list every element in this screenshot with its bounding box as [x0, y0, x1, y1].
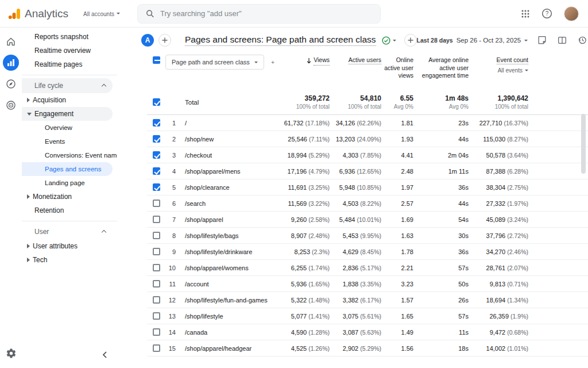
report-title[interactable]: Pages and screens: Page path and screen … [185, 34, 376, 46]
sidebar-item-label: Realtime pages [34, 60, 82, 68]
event-count-percent: (2.72%) [507, 232, 528, 239]
row-checkbox[interactable] [153, 296, 160, 304]
row-checkbox[interactable] [153, 183, 160, 191]
dimension-selector[interactable]: Page path and screen class [165, 55, 264, 70]
explore-button[interactable] [3, 76, 19, 92]
help-button[interactable]: ? [541, 8, 552, 19]
active-users-percent: (24.09%) [357, 136, 381, 143]
row-checkbox[interactable] [153, 232, 160, 239]
add-report-item-button[interactable] [404, 34, 417, 47]
event-count-cell: 227,710(16.37%) [469, 120, 528, 126]
row-checkbox[interactable] [153, 216, 160, 223]
sidebar-item-acquisition[interactable]: Acquisition [22, 93, 113, 107]
sidebar-item-realtime-pages[interactable]: Realtime pages [22, 57, 113, 71]
row-checkbox[interactable] [153, 328, 160, 336]
views-percent: (2.3%) [312, 248, 330, 255]
row-checkbox[interactable] [153, 280, 160, 288]
active-users-value: 13,203 [336, 136, 355, 143]
views-cell: 17,196(4.79%) [274, 168, 330, 175]
views-percent: (5.29%) [308, 152, 330, 159]
avg-engagement-time-cell: 30s [413, 232, 469, 239]
apps-grid-button[interactable] [521, 9, 530, 18]
page-path: /shop/apparel/womens [180, 264, 274, 271]
history-button[interactable] [577, 35, 587, 45]
vertical-scrollbar[interactable] [581, 114, 586, 174]
sidebar-item-realtime-overview[interactable]: Realtime overview [22, 44, 113, 57]
row-checkbox[interactable] [153, 167, 160, 175]
user-avatar[interactable] [564, 6, 579, 21]
dimension-cell: Page path and screen class [165, 55, 274, 70]
analytics-home-link[interactable]: Analytics [7, 7, 68, 21]
svg-text:?: ? [546, 10, 549, 17]
sidebar-item-label: Landing page [45, 179, 85, 186]
total-event-count: 1,390,642100% of total [469, 94, 528, 110]
add-comparison-button[interactable] [158, 34, 171, 47]
report-saved-indicator[interactable] [382, 36, 396, 45]
table-row: 10 /shop/apparel/womens 6,255(1.74%) 2,8… [147, 260, 588, 276]
account-selector[interactable]: All accounts [83, 10, 120, 17]
row-checkbox[interactable] [153, 344, 160, 352]
column-header-online-active-user-views[interactable]: Online active user views [381, 54, 413, 80]
sidebar-item-overview[interactable]: Overview [22, 121, 113, 135]
column-header-avg-engagement-time[interactable]: Average online active user engagement ti… [413, 54, 469, 80]
row-checkbox[interactable] [153, 135, 160, 143]
sidebar-item-reports-snapshot[interactable]: Reports snapshot [22, 30, 113, 44]
sidebar-item-landing-page[interactable]: Landing page [22, 176, 113, 190]
date-range-selector[interactable]: Last 28 days Sep 26 - Oct 23, 2025 [417, 37, 528, 44]
avg-engagement-time-cell: 54s [413, 216, 469, 223]
event-count-cell: 38,304(2.75%) [469, 184, 528, 191]
sidebar-item-pages-and-screens[interactable]: Pages and screens [22, 162, 113, 176]
caret-down-icon [117, 13, 120, 14]
advertising-button[interactable] [3, 97, 19, 113]
reports-button[interactable] [3, 55, 19, 71]
event-count-filter[interactable]: All events [469, 67, 528, 74]
row-checkbox[interactable] [153, 200, 160, 207]
event-count-percent: (2.46%) [507, 248, 528, 255]
sidebar-item-user-attributes[interactable]: User attributes [22, 239, 113, 253]
column-header-views[interactable]: Views [274, 54, 330, 66]
sidebar-item-label: Pages and screens [45, 166, 101, 172]
select-all-checkbox[interactable] [153, 56, 160, 64]
online-active-user-views-cell: 4.41 [381, 152, 413, 159]
sidebar-item-life-cycle[interactable]: Life cycle [22, 78, 113, 93]
event-count-percent: (8.27%) [507, 136, 528, 143]
row-index: 3 [165, 152, 180, 159]
table-row: 7 /shop/apparel 9,260(2.58%) 5,484(10.01… [147, 212, 588, 228]
row-checkbox[interactable] [153, 151, 160, 159]
collapse-sidenav-button[interactable] [101, 351, 109, 361]
row-checkbox[interactable] [153, 312, 160, 320]
row-checkbox[interactable] [153, 264, 160, 271]
sidebar-item-engagement[interactable]: Engagement [22, 107, 113, 121]
avg-engagement-time-value: 26s [458, 297, 469, 304]
row-checkbox[interactable] [153, 248, 160, 255]
notes-button[interactable] [537, 35, 547, 45]
sidebar-item-tech[interactable]: Tech [22, 253, 113, 267]
row-index: 9 [165, 248, 180, 255]
sidebar-item-events[interactable]: Events [22, 135, 113, 148]
home-button[interactable] [3, 33, 19, 49]
views-cell: 11,691(3.25%) [274, 184, 330, 191]
row-checkbox[interactable] [153, 119, 160, 126]
search-bar[interactable] [137, 4, 381, 24]
active-users-percent: (10.85%) [357, 184, 381, 191]
nav-rail [0, 28, 22, 368]
total-checkbox[interactable] [153, 98, 160, 106]
search-input[interactable] [160, 9, 372, 18]
caret-down-icon [254, 62, 258, 63]
sidebar-item-conversions-event-name[interactable]: Conversions: Event name [22, 148, 113, 162]
column-header-event-count[interactable]: Event count All events [469, 54, 528, 74]
table-body: 1 / 61,732(17.18%) 34,126(62.26%) 1.81 2… [147, 115, 588, 356]
bar-chart-icon [7, 59, 15, 67]
views-percent: (1.26%) [308, 345, 330, 352]
comparison-columns-button[interactable] [557, 35, 567, 45]
admin-settings-button[interactable] [3, 345, 19, 361]
event-count-cell: 26,359(1.9%) [469, 313, 528, 320]
page-path: /checkout [180, 152, 274, 159]
event-count-percent: (0.68%) [507, 329, 528, 336]
column-header-active-users[interactable]: Active users [330, 54, 381, 64]
sidebar-item-monetization[interactable]: Monetization [22, 190, 113, 204]
sidebar-item-retention[interactable]: Retention [22, 204, 113, 217]
comparison-chip[interactable]: A [141, 34, 154, 47]
sidebar-item-user[interactable]: User [22, 224, 113, 239]
total-active-users: 54,810100% of total [330, 94, 381, 110]
